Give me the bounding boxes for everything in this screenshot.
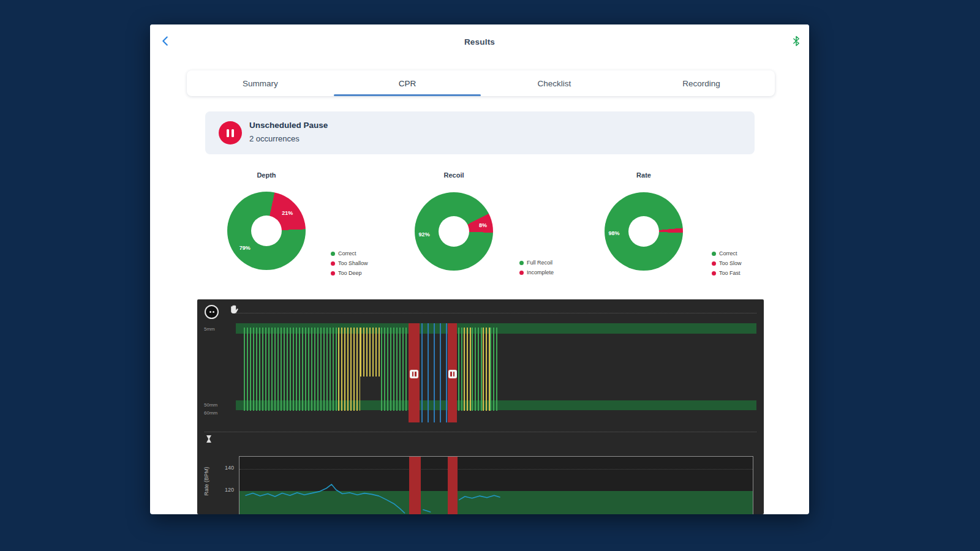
rate-tick-120: 120: [216, 487, 234, 493]
pause-bar: [448, 323, 457, 422]
donut-percent-label: 21%: [282, 210, 293, 216]
recoil-chart-title: Recoil: [443, 171, 464, 179]
legend-dot-icon: [331, 271, 335, 276]
compression-trace-segment: [483, 328, 490, 411]
legend-dot-icon: [519, 261, 524, 265]
tab-bar: Summary CPR Checklist Recording: [187, 70, 775, 96]
tab-checklist[interactable]: Checklist: [481, 70, 628, 96]
tab-summary[interactable]: Summary: [187, 70, 334, 96]
compression-trace-segment: [244, 328, 338, 411]
depth-axis-recoil-label: 5mm: [204, 326, 215, 332]
legend-dot-icon: [712, 261, 716, 266]
donut-percent-label: 79%: [239, 245, 251, 251]
app-window: Results Summary CPR Checklist Recording …: [150, 24, 809, 514]
tab-cpr[interactable]: CPR: [334, 70, 481, 96]
legend-item: Too Slow: [712, 258, 742, 268]
page-background: { "window": { "title": "Results" }, "tab…: [0, 0, 980, 551]
compression-trace-segment: [472, 328, 483, 411]
donut-percent-label: 8%: [479, 222, 487, 228]
recoil-donut-chart: 8%92%: [415, 192, 493, 271]
depth-axis-target-top-label: 50mm: [204, 402, 217, 408]
legend-dot-icon: [712, 252, 716, 256]
timeline-dotted-line: [236, 313, 756, 313]
depth-donut-chart: 21%79%: [227, 192, 306, 270]
rate-line-svg: [239, 457, 754, 514]
hand-compression-icon: [229, 304, 239, 318]
legend-item: Too Fast: [712, 268, 742, 278]
pause-marker-icon: [448, 370, 457, 378]
compression-trace-segment: [458, 328, 464, 411]
depth-legend: CorrectToo ShallowToo Deep: [331, 249, 368, 278]
header: Results: [150, 24, 809, 59]
legend-item: Full Recoil: [519, 258, 554, 268]
compression-trace-segment: [464, 328, 472, 411]
pause-icon: [219, 121, 242, 144]
legend-item: Correct: [712, 249, 742, 258]
legend-dot-icon: [519, 271, 524, 275]
rate-chart-title: Rate: [636, 171, 651, 179]
legend-item: Too Shallow: [331, 258, 368, 268]
legend-item: Incomplete: [519, 268, 554, 277]
donut-percent-label: 92%: [419, 231, 430, 238]
legend-dot-icon: [331, 252, 335, 256]
donut-percent-label: 98%: [608, 230, 619, 236]
legend-dot-icon: [331, 261, 335, 266]
page-title: Results: [150, 37, 809, 47]
rate-line-chart: [239, 456, 753, 514]
rate-pause-bar: [448, 457, 458, 514]
depth-chart-title: Depth: [257, 171, 276, 179]
alert-occurrences: 2 occurrences: [249, 134, 300, 143]
bluetooth-icon[interactable]: [790, 35, 804, 48]
legend-item: Too Deep: [331, 268, 368, 278]
compression-trace-segment: [490, 328, 499, 411]
unscheduled-pause-banner: Unscheduled Pause 2 occurrences: [205, 111, 755, 154]
depth-axis-target-bottom-label: 60mm: [204, 410, 217, 416]
compression-trace-segment: [360, 328, 381, 377]
section-divider-dotted-line: [205, 432, 756, 432]
legend-dot-icon: [712, 271, 716, 276]
pause-marker-icon: [410, 370, 418, 378]
hourglass-icon: [205, 435, 213, 446]
recoil-legend: Full RecoilIncomplete: [519, 258, 554, 277]
rate-legend: CorrectToo SlowToo Fast: [712, 249, 742, 278]
rate-pause-bar: [409, 457, 420, 514]
compression-trace-segment: [338, 328, 361, 411]
alert-title: Unscheduled Pause: [249, 121, 328, 130]
legend-item: Correct: [331, 249, 368, 258]
ventilation-markers: [421, 323, 447, 422]
depth-waveform-plot: [236, 323, 756, 422]
compression-trace-segment: [381, 328, 409, 411]
rate-donut-chart: 98%: [605, 192, 683, 271]
tab-recording[interactable]: Recording: [628, 70, 775, 96]
rate-axis-label: Rate (BPM): [203, 462, 209, 500]
rate-tick-140: 140: [216, 465, 234, 471]
session-badge-icon: [205, 305, 219, 319]
cpr-timeline-panel: 5mm 50mm 60mm 140 120 Rate (BPM): [197, 299, 764, 514]
pause-bar: [409, 323, 420, 422]
